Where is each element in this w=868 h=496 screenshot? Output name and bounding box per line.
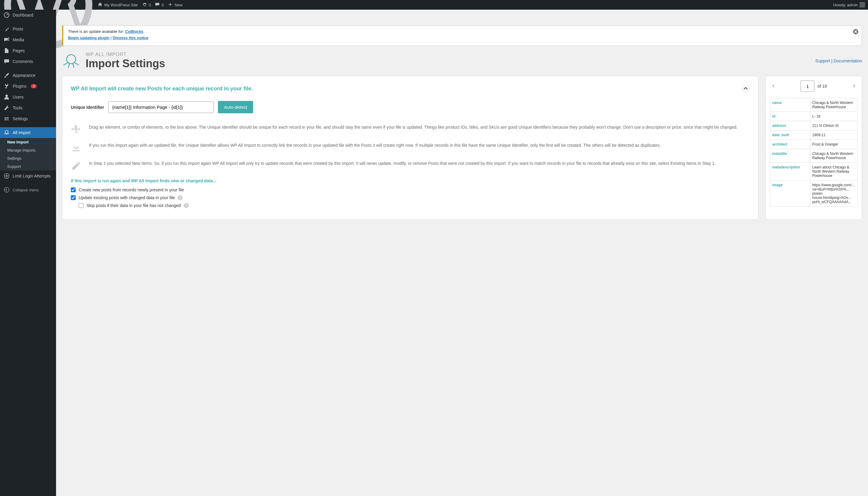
create-new-checkbox[interactable] xyxy=(71,187,76,192)
pin-icon xyxy=(4,26,10,32)
dashboard-icon xyxy=(4,12,10,18)
checkbox-row-skip: Skip posts if their data in your file ha… xyxy=(79,203,749,208)
sidebar-sub-settings[interactable]: Settings xyxy=(0,154,56,162)
preview-nav: of 19 xyxy=(770,80,857,92)
info-text-2: If you run this import again with an upd… xyxy=(89,142,661,153)
plus-icon xyxy=(168,2,173,8)
sidebar-item-posts[interactable]: Posts xyxy=(0,24,56,34)
sidebar-item-label: Dashboard xyxy=(13,13,33,17)
howdy-label: Howdy, admin xyxy=(833,3,858,7)
sidebar-item-dashboard[interactable]: Dashboard xyxy=(0,10,56,20)
table-row: date_built1909-11 xyxy=(770,130,857,140)
sidebar-item-label: Settings xyxy=(13,116,28,121)
table-row: address211 N Clinton St xyxy=(770,121,857,130)
field-value: https://www.google.com/... sa=i&url=http… xyxy=(810,181,857,207)
sidebar-item-label: Comments xyxy=(13,59,33,64)
sidebar-sub-manage-imports[interactable]: Manage Imports xyxy=(0,146,56,154)
collapse-panel-button[interactable] xyxy=(742,85,749,93)
svg-point-4 xyxy=(4,174,9,179)
sidebar-item-label: Pages xyxy=(13,48,25,53)
field-key[interactable]: metadescription xyxy=(770,163,810,181)
auto-detect-button[interactable]: Auto-detect xyxy=(218,101,253,113)
field-key[interactable]: metatitle xyxy=(770,149,810,163)
sidebar-item-media[interactable]: Media xyxy=(0,34,56,45)
sidebar-sub-support[interactable]: Support xyxy=(0,162,56,171)
identifier-row: Unique Identifier Auto-detect xyxy=(71,101,749,113)
field-key[interactable]: date_built xyxy=(770,130,810,140)
howdy-link[interactable]: Howdy, admin xyxy=(833,2,865,7)
skip-posts-checkbox[interactable] xyxy=(79,203,83,208)
sidebar-item-settings[interactable]: Settings xyxy=(0,113,56,124)
header-links: Support | Documentation xyxy=(815,59,862,63)
new-label: New xyxy=(174,3,182,7)
sidebar-item-plugins[interactable]: Plugins 3 xyxy=(0,81,56,92)
field-key[interactable]: image xyxy=(770,181,810,207)
plug-icon xyxy=(4,83,10,89)
updates-link[interactable]: 3 xyxy=(142,2,151,8)
main-content: There is an update available for: CoBloc… xyxy=(56,19,868,226)
documentation-link[interactable]: Documentation xyxy=(834,59,862,63)
next-record-button[interactable] xyxy=(851,81,857,91)
sidebar-item-all-import[interactable]: All Import xyxy=(0,127,56,138)
help-icon[interactable]: ? xyxy=(178,195,183,200)
preview-table: nameChicago & North Western Railway Powe… xyxy=(770,98,857,207)
sidebar-item-label: Media xyxy=(13,37,24,42)
prev-record-button[interactable] xyxy=(770,81,776,91)
site-link[interactable]: My WordPress Site xyxy=(98,2,138,8)
page-icon xyxy=(4,48,10,53)
download-icon xyxy=(71,142,82,153)
sidebar-item-appearance[interactable]: Appearance xyxy=(0,70,56,81)
field-key[interactable]: id xyxy=(770,112,810,121)
sidebar-item-tools[interactable]: Tools xyxy=(0,103,56,113)
svg-point-3 xyxy=(5,130,8,134)
notice-plugin-link[interactable]: CoBlocks xyxy=(125,29,143,34)
refresh-icon xyxy=(142,2,147,8)
checkbox-label: Skip posts if their data in your file ha… xyxy=(87,203,181,208)
field-value: 211 N Clinton St xyxy=(810,121,857,130)
site-name-label: My WordPress Site xyxy=(104,3,138,7)
table-row: idL- 16 xyxy=(770,112,857,121)
help-icon[interactable]: ? xyxy=(184,203,189,208)
checkbox-row-create: Create new posts from records newly pres… xyxy=(71,187,749,192)
collapse-label: Collapse menu xyxy=(13,188,39,192)
shield-icon xyxy=(4,173,10,179)
sidebar-item-label: Appearance xyxy=(13,73,35,78)
page-input[interactable] xyxy=(801,80,815,92)
field-key[interactable]: address xyxy=(770,121,810,130)
field-value: Learn about Chicago & North Western Rail… xyxy=(810,163,857,181)
updates-count: 3 xyxy=(149,3,151,7)
admin-topbar: My WordPress Site 3 0 New Howdy, admin xyxy=(0,0,868,10)
user-icon xyxy=(4,94,10,100)
table-row: nameChicago & North Western Railway Powe… xyxy=(770,98,857,112)
user-avatar-icon xyxy=(859,2,865,7)
identifier-input[interactable] xyxy=(108,101,214,113)
comments-link[interactable]: 0 xyxy=(155,2,164,8)
svg-point-7 xyxy=(67,55,76,64)
page-total-label: of 19 xyxy=(817,84,827,89)
svg-point-5 xyxy=(4,187,9,192)
close-icon[interactable] xyxy=(853,29,859,35)
collapse-icon xyxy=(4,187,10,193)
sidebar-item-users[interactable]: Users xyxy=(0,92,56,103)
sidebar-item-comments[interactable]: Comments xyxy=(0,56,56,67)
begin-updating-link[interactable]: Begin updating plugin xyxy=(68,35,109,40)
update-notice: There is an update available for: CoBloc… xyxy=(62,25,862,46)
field-value: L- 16 xyxy=(810,112,857,121)
collapse-menu[interactable]: Collapse menu xyxy=(0,184,56,195)
support-link[interactable]: Support xyxy=(815,59,830,63)
sidebar-item-pages[interactable]: Pages xyxy=(0,45,56,56)
table-row: imagehttps://www.google.com/... sa=i&url… xyxy=(770,181,857,207)
admin-sidebar: Dashboard Posts Media Pages Comments App… xyxy=(0,10,56,226)
sidebar-sub-new-import[interactable]: New Import xyxy=(0,138,56,146)
new-link[interactable]: New xyxy=(168,2,182,8)
comments-count: 0 xyxy=(161,3,164,7)
update-existing-checkbox[interactable] xyxy=(71,195,76,200)
sidebar-item-limit-login[interactable]: Limit Login Attempts xyxy=(0,171,56,182)
field-key[interactable]: name xyxy=(770,98,810,112)
field-key[interactable]: architect xyxy=(770,140,810,149)
sidebar-item-label: Limit Login Attempts xyxy=(13,173,51,179)
notice-text: There is an update available for: xyxy=(68,29,125,34)
table-row: metadescriptionLearn about Chicago & Nor… xyxy=(770,163,857,181)
dismiss-notice-link[interactable]: Dismiss this notice xyxy=(113,35,148,40)
page-breadcrumb: WP ALL IMPORT xyxy=(86,52,165,57)
